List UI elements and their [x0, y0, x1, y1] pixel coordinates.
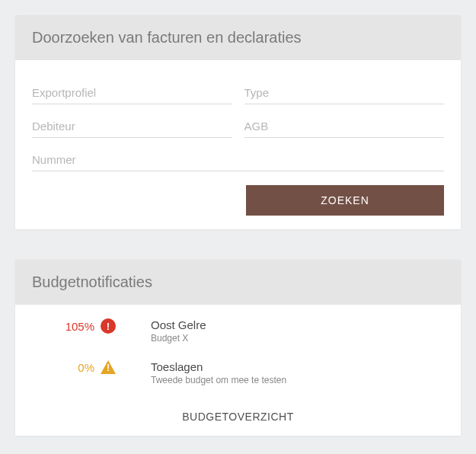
notification-row[interactable]: 0% Toeslagen Tweede budget om mee te tes…	[23, 354, 453, 396]
notification-name: Toeslagen	[151, 360, 453, 373]
search-button[interactable]: ZOEKEN	[246, 185, 444, 216]
field-exportprofiel	[32, 80, 232, 104]
notifications-card: Budgetnotificaties 105% ! Oost Gelre Bud…	[15, 260, 461, 436]
field-type	[244, 80, 445, 104]
agb-input[interactable]	[244, 114, 445, 138]
field-agb	[244, 114, 445, 138]
type-input[interactable]	[244, 80, 445, 104]
notification-name: Oost Gelre	[151, 318, 453, 331]
notification-status: 0%	[23, 360, 120, 374]
notifications-list: 105% ! Oost Gelre Budget X 0% Toeslagen …	[15, 305, 461, 399]
search-card-body: ZOEKEN	[15, 60, 461, 229]
exportprofiel-input[interactable]	[32, 80, 232, 104]
search-card-title: Doorzoeken van facturen en declaraties	[15, 15, 461, 60]
notification-row[interactable]: 105% ! Oost Gelre Budget X	[23, 312, 453, 354]
notification-body: Oost Gelre Budget X	[120, 318, 453, 344]
search-actions: ZOEKEN	[32, 185, 444, 216]
search-card: Doorzoeken van facturen en declaraties Z…	[15, 15, 461, 229]
search-form	[32, 80, 444, 171]
field-nummer	[32, 147, 444, 171]
notification-subtitle: Tweede budget om mee te testen	[151, 375, 453, 385]
budget-overview-button[interactable]: BUDGETOVERZICHT	[182, 411, 293, 423]
notifications-card-title: Budgetnotificaties	[15, 260, 461, 305]
alert-icon: !	[101, 318, 116, 334]
notification-percent: 0%	[78, 361, 94, 374]
notification-body: Toeslagen Tweede budget om mee te testen	[120, 360, 453, 385]
debiteur-input[interactable]	[32, 114, 232, 138]
notification-status: 105% !	[23, 318, 120, 334]
field-debiteur	[32, 114, 232, 138]
notification-subtitle: Budget X	[151, 333, 453, 344]
nummer-input[interactable]	[32, 147, 444, 171]
notification-percent: 105%	[65, 320, 94, 333]
warning-icon	[101, 360, 116, 374]
notifications-footer: BUDGETOVERZICHT	[15, 399, 461, 436]
